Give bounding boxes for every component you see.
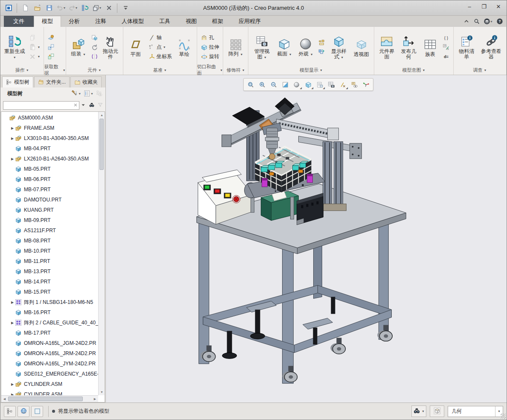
new-file-button[interactable] [20, 3, 31, 14]
tree-item[interactable]: MB-05.PRT [1, 164, 98, 174]
parameters-button[interactable]: { } [442, 34, 451, 42]
regenerate-quick-button[interactable] [79, 3, 90, 14]
filter-button[interactable] [97, 102, 103, 109]
dropdown-icon[interactable]: ▼ [99, 6, 102, 9]
blank-panel-button[interactable] [31, 406, 43, 417]
maximize-button[interactable]: ❐ [477, 0, 491, 12]
tree-item[interactable]: MB-16.PRT [1, 307, 98, 318]
learning-connector-button[interactable]: ▼ [484, 18, 493, 25]
tab-模型[interactable]: 模型 [34, 16, 61, 27]
toggle-model-tree-button[interactable] [4, 406, 16, 417]
perspective-button[interactable]: 透视图 [352, 36, 371, 58]
help-button[interactable]: ? [496, 18, 503, 25]
assemble-button[interactable]: 组装 ▼ [69, 36, 88, 58]
tab-视图[interactable]: 视图 [178, 16, 204, 27]
close-button[interactable]: ✕ [491, 0, 506, 12]
shading-quality-button[interactable]: ◢ [291, 79, 302, 90]
save-button[interactable] [44, 3, 55, 14]
user-defined-feature-button[interactable] [47, 34, 55, 42]
expand-arrow-icon[interactable]: ▶ [10, 382, 15, 386]
group-label[interactable]: 操作▼ [0, 65, 44, 75]
tree-search-input[interactable] [3, 101, 79, 110]
annotation-display-button[interactable] [349, 79, 360, 90]
app-window-button[interactable] [3, 3, 14, 14]
saved-orientations-button[interactable]: ◢ [315, 79, 325, 90]
tree-horizontal-scrollbar[interactable]: ◀ ▶ [1, 395, 98, 402]
tree-item[interactable]: MB-15.PRT [1, 287, 98, 297]
customize-quick-access-button[interactable] [120, 3, 131, 14]
tab-框架[interactable]: 框架 [204, 16, 231, 27]
display-style-button[interactable]: ◢ [303, 79, 314, 90]
datum-plane-button[interactable]: 平面 [126, 36, 146, 58]
group-label[interactable]: 切口和曲面▼ [197, 65, 223, 75]
tree-item[interactable]: MB-09.PRT [1, 215, 98, 225]
refit-button[interactable] [245, 79, 256, 90]
sections-button[interactable]: 截面 ▼ [274, 36, 294, 58]
hole-button[interactable]: 孔 [200, 34, 220, 42]
find-button[interactable] [89, 102, 95, 109]
drag-components-button[interactable]: 拖动元件 [101, 33, 120, 61]
tree-item[interactable]: KUANG.PRT [1, 205, 98, 215]
tree-item[interactable]: ▶阵列 1 / NLSBG14-180-M6-N5 [1, 297, 98, 307]
navigator-tab-收藏夹[interactable]: *收藏夹 [70, 76, 102, 88]
find-tool[interactable]: ▼ [411, 405, 426, 417]
tab-人体模型[interactable]: 人体模型 [114, 16, 152, 27]
shrinkwrap-button[interactable] [47, 52, 55, 61]
component-interface-button[interactable]: 元件界面 [377, 33, 397, 61]
tree-item[interactable]: ▶FRAME.ASM [1, 123, 98, 133]
tree-item[interactable]: MB-14.PRT [1, 277, 98, 287]
tree-item[interactable]: MB-04.PRT [1, 143, 98, 154]
resize-grip[interactable] [501, 414, 506, 419]
mirror-component-button[interactable] [90, 52, 99, 61]
tree-item[interactable]: MB-17.PRT [1, 328, 98, 338]
open-file-button[interactable] [32, 3, 43, 14]
tree-item[interactable]: DAMOTOU.PRT [1, 195, 98, 205]
tab-文件[interactable]: 文件 [4, 16, 34, 27]
expand-arrow-icon[interactable]: ▶ [10, 300, 15, 304]
group-label[interactable]: 元件▼ [66, 65, 123, 75]
tree-item[interactable]: MB-06.PRT [1, 174, 98, 184]
expand-arrow-icon[interactable]: ▶ [10, 157, 15, 161]
web-browser-button[interactable] [17, 406, 29, 417]
delete-button[interactable]: ▼ [28, 52, 41, 61]
family-table-button[interactable]: 族表 [420, 36, 440, 58]
publish-geometry-button[interactable]: 发布几何 [399, 33, 419, 61]
repaint-button[interactable] [280, 79, 291, 90]
tree-settings-button[interactable]: ▼ [71, 90, 81, 97]
pattern-button[interactable]: 阵列 ▼ [226, 36, 245, 58]
minimize-ribbon-button[interactable] [463, 18, 470, 25]
tree-item[interactable]: ▶CYLINDER.ASM [1, 389, 98, 395]
appearances-button[interactable]: 外观 ▼ [296, 36, 315, 58]
bill-of-materials-button[interactable]: i物料清单 [456, 33, 477, 61]
tree-item[interactable]: ▶LX2610-B1-A2640-350.ASM [1, 154, 98, 164]
tree-vertical-scrollbar[interactable]: ▲ ▼ [98, 112, 105, 395]
spin-center-button[interactable] [361, 79, 371, 90]
tree-item[interactable]: MB-08.PRT [1, 236, 98, 246]
tree-item[interactable]: AS1211F.PRT [1, 225, 98, 236]
tree-item[interactable]: OMRON-A165L_JGM-24D2.PR [1, 338, 98, 348]
extrude-button[interactable]: 拉伸 [200, 43, 220, 51]
selection-filter[interactable]: 几何 ▼ [448, 406, 503, 417]
close-window-button[interactable] [103, 3, 114, 14]
tree-item[interactable]: MB-07.PRT [1, 184, 98, 195]
tree-item[interactable]: OMRON-A165L_JRM-24D2.PR [1, 348, 98, 359]
tree-item[interactable]: SDE012_EMERGENCY_A165E- [1, 369, 98, 379]
display-style-button[interactable]: 显示样式 ▼ [328, 33, 350, 61]
group-label[interactable]: 基准▼ [123, 65, 197, 75]
zoom-in-button[interactable] [257, 79, 268, 90]
paste-button[interactable]: ▼ [28, 43, 41, 51]
group-label[interactable]: 模型意图▼ [374, 65, 453, 75]
undo-button[interactable]: ▼ [55, 3, 67, 14]
tab-分析[interactable]: 分析 [61, 16, 87, 27]
group-label[interactable]: 调查▼ [454, 65, 506, 75]
dropdown-icon[interactable]: ▼ [75, 6, 78, 9]
expand-arrow-icon[interactable]: ▶ [10, 126, 15, 130]
copy-button[interactable] [28, 34, 41, 42]
tree-item[interactable]: MB-13.PRT [1, 266, 98, 277]
graphics-area[interactable]: ◢◢◢◢ [106, 75, 507, 402]
datum-display-filters-button[interactable]: ◢ [338, 79, 348, 90]
3d-assembly-model[interactable] [106, 75, 507, 402]
create-component-button[interactable] [90, 34, 99, 42]
tree-item[interactable]: ▶LX3010-B1-A3040-350.ASM [1, 133, 98, 143]
minimize-button[interactable]: – [462, 0, 477, 12]
